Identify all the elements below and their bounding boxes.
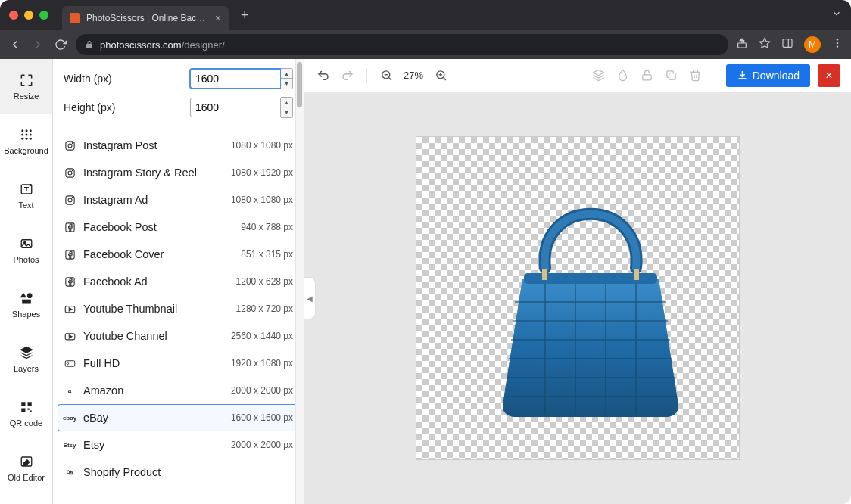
- preset-facebook-cover[interactable]: Facebook Cover851 x 315 px: [58, 241, 299, 268]
- preset-dimensions: 1080 x 1920 px: [231, 167, 293, 178]
- drop-icon[interactable]: [615, 67, 631, 84]
- rail-item-background[interactable]: Background: [0, 114, 52, 168]
- panel-scrollbar[interactable]: [295, 59, 304, 504]
- new-tab-button[interactable]: +: [241, 8, 249, 23]
- preset-name: Amazon: [83, 384, 223, 397]
- rail-item-text[interactable]: Text: [0, 168, 52, 222]
- canvas[interactable]: [416, 136, 740, 460]
- canvas-toolbar: 27% Download ×: [304, 59, 851, 92]
- svg-rect-24: [27, 402, 31, 406]
- tab-title: PhotoScissors | Online Backgr…: [86, 13, 209, 23]
- address-bar[interactable]: photoscissors.com/designer/: [76, 34, 728, 55]
- preset-dimensions: 1080 x 1080 px: [231, 194, 293, 205]
- zoom-out-button[interactable]: [378, 67, 394, 84]
- rail-item-resize[interactable]: Resize: [0, 59, 52, 114]
- forward-button[interactable]: [30, 38, 45, 51]
- preset-name: eBay: [83, 412, 223, 424]
- preset-name: Facebook Ad: [83, 275, 229, 288]
- url-path: /designer/: [182, 39, 225, 51]
- eb-icon: ebay: [64, 412, 76, 424]
- svg-rect-27: [30, 411, 31, 412]
- download-button[interactable]: Download: [726, 64, 810, 87]
- rail-label: Old Editor: [8, 473, 45, 482]
- close-window-icon[interactable]: [9, 11, 18, 20]
- undo-button[interactable]: [315, 67, 332, 84]
- preset-shopify-product[interactable]: 🛍Shopify Product: [58, 459, 299, 486]
- browser-tab[interactable]: PhotoScissors | Online Backgr… ×: [62, 6, 229, 30]
- tab-overflow-icon[interactable]: [831, 8, 842, 22]
- preset-instagram-ad[interactable]: Instagram Ad1080 x 1080 px: [58, 186, 299, 213]
- rail-item-shapes[interactable]: Shapes: [0, 277, 52, 331]
- lock-icon: [85, 40, 94, 49]
- trash-icon[interactable]: [687, 67, 704, 84]
- svg-point-8: [25, 129, 27, 132]
- kebab-menu-icon[interactable]: [831, 37, 843, 52]
- zoom-in-button[interactable]: [432, 67, 449, 84]
- ig-icon: [64, 194, 76, 206]
- rail-label: Layers: [14, 364, 39, 373]
- preset-name: Instagram Story & Reel: [83, 166, 223, 179]
- preset-amazon[interactable]: aAmazon2000 x 2000 px: [58, 377, 299, 404]
- maximize-window-icon[interactable]: [39, 11, 48, 20]
- subject-handbag[interactable]: [492, 151, 689, 431]
- panel-collapse-handle[interactable]: ◀: [304, 277, 316, 319]
- copy-icon[interactable]: [663, 67, 680, 84]
- height-input[interactable]: [190, 98, 281, 117]
- preset-dimensions: 851 x 315 px: [241, 249, 293, 260]
- rail-item-oldeditor[interactable]: Old Editor: [0, 440, 52, 495]
- close-tab-icon[interactable]: ×: [215, 12, 221, 24]
- back-button[interactable]: [8, 38, 23, 51]
- sidepanel-icon[interactable]: [781, 37, 793, 52]
- svg-point-10: [21, 134, 23, 136]
- height-label: Height (px): [64, 101, 190, 114]
- width-up-icon[interactable]: ▲: [281, 69, 292, 79]
- preset-youtube-thumbnail[interactable]: Youtube Thumbnail1280 x 720 px: [58, 295, 299, 322]
- width-down-icon[interactable]: ▼: [281, 79, 292, 89]
- preset-instagram-story-reel[interactable]: Instagram Story & Reel1080 x 1920 px: [58, 159, 299, 186]
- az-icon: a: [64, 384, 76, 397]
- rail-item-qrcode[interactable]: QR code: [0, 386, 52, 440]
- preset-ebay[interactable]: ebayeBay1600 x 1600 px: [58, 404, 299, 431]
- svg-marker-22: [20, 347, 32, 353]
- svg-point-13: [21, 138, 23, 140]
- preset-facebook-ad[interactable]: Facebook Ad1200 x 628 px: [58, 268, 299, 295]
- svg-point-4: [837, 39, 838, 40]
- svg-point-5: [837, 42, 838, 44]
- zoom-percentage[interactable]: 27%: [402, 70, 425, 81]
- bookmark-icon[interactable]: [759, 37, 771, 52]
- tool-rail: ResizeBackgroundTextPhotosShapesLayersQR…: [0, 59, 53, 504]
- svg-point-14: [25, 138, 27, 140]
- preset-etsy[interactable]: EtsyEtsy2000 x 2000 px: [58, 431, 299, 459]
- unlock-icon[interactable]: [639, 67, 656, 84]
- rail-item-photos[interactable]: Photos: [0, 222, 52, 277]
- resize-icon: [18, 72, 35, 89]
- close-editor-button[interactable]: ×: [818, 64, 840, 87]
- preset-youtube-channel[interactable]: Youtube Channel2560 x 1440 px: [58, 322, 299, 350]
- profile-avatar[interactable]: M: [804, 36, 821, 53]
- preset-name: Facebook Cover: [83, 248, 233, 260]
- scrollbar-thumb[interactable]: [297, 62, 302, 107]
- svg-rect-25: [21, 409, 25, 412]
- svg-marker-44: [69, 334, 72, 338]
- preset-full-hd[interactable]: Full HD1920 x 1080 px: [58, 350, 299, 377]
- svg-rect-59: [634, 269, 639, 280]
- reload-button[interactable]: [53, 39, 68, 51]
- ig-icon: [64, 166, 76, 179]
- height-down-icon[interactable]: ▼: [281, 107, 292, 117]
- fb-icon: [64, 221, 76, 233]
- canvas-viewport[interactable]: ◀: [304, 92, 851, 504]
- preset-facebook-post[interactable]: Facebook Post940 x 788 px: [58, 213, 299, 241]
- width-input[interactable]: [190, 69, 281, 89]
- preset-instagram-post[interactable]: Instagram Post1080 x 1080 px: [58, 132, 299, 159]
- rail-item-layers[interactable]: Layers: [0, 331, 52, 386]
- minimize-window-icon[interactable]: [24, 11, 33, 20]
- preset-dimensions: 1600 x 1600 px: [231, 412, 293, 423]
- layers-icon[interactable]: [591, 67, 607, 84]
- height-up-icon[interactable]: ▲: [281, 98, 292, 107]
- oldeditor-icon: [18, 453, 35, 470]
- share-icon[interactable]: [736, 37, 748, 52]
- ig-icon: [64, 139, 76, 151]
- shapes-icon: [18, 290, 35, 306]
- redo-button[interactable]: [339, 67, 356, 84]
- rail-label: Background: [4, 146, 48, 155]
